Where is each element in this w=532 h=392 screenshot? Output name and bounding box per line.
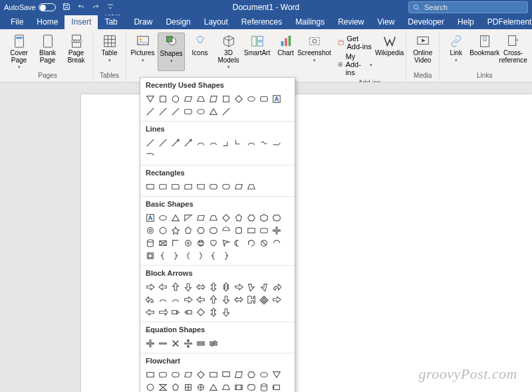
shape-option[interactable] xyxy=(170,338,181,349)
shape-option[interactable] xyxy=(233,93,244,104)
shape-option[interactable] xyxy=(195,106,206,117)
shape-option[interactable] xyxy=(271,294,282,305)
shape-option[interactable] xyxy=(195,181,206,192)
3d-models-button[interactable]: 3D Models▾ xyxy=(215,33,242,71)
shape-option[interactable] xyxy=(220,106,231,117)
shape-option[interactable] xyxy=(170,306,181,318)
tab-draw[interactable]: Draw xyxy=(127,15,159,29)
shape-option[interactable] xyxy=(220,306,231,318)
shape-option[interactable] xyxy=(170,237,181,248)
shape-option[interactable] xyxy=(233,225,244,236)
shape-option[interactable] xyxy=(207,369,219,380)
shape-option[interactable] xyxy=(182,137,194,148)
shape-option[interactable] xyxy=(220,137,231,148)
shape-option[interactable] xyxy=(233,181,244,192)
shape-option[interactable] xyxy=(195,381,206,392)
shape-option[interactable] xyxy=(157,225,168,236)
shape-option[interactable] xyxy=(157,106,168,117)
shape-option[interactable] xyxy=(157,294,168,305)
get-addins-button[interactable]: Get Add-ins xyxy=(336,34,374,51)
shape-option[interactable] xyxy=(258,93,269,104)
shape-option[interactable] xyxy=(195,225,206,236)
shape-option[interactable] xyxy=(144,338,156,349)
shape-option[interactable] xyxy=(245,369,257,380)
shape-option[interactable] xyxy=(157,237,168,248)
shape-option[interactable] xyxy=(157,137,168,148)
shape-option[interactable] xyxy=(195,137,206,148)
tab-home[interactable]: Home xyxy=(30,15,65,29)
shape-option[interactable] xyxy=(245,237,257,248)
shape-option[interactable] xyxy=(233,381,244,392)
shape-option[interactable] xyxy=(258,369,269,380)
qat-dropdown-icon[interactable] xyxy=(106,3,114,12)
shape-option[interactable] xyxy=(233,237,244,248)
shape-option[interactable] xyxy=(144,381,156,392)
shape-option[interactable] xyxy=(182,212,194,223)
tab-design[interactable]: Design xyxy=(159,15,197,29)
shape-option[interactable] xyxy=(157,93,168,104)
icons-button[interactable]: Icons xyxy=(186,33,213,71)
redo-icon[interactable] xyxy=(92,3,100,12)
save-icon[interactable] xyxy=(63,3,70,12)
shape-option[interactable] xyxy=(207,381,219,392)
shape-option[interactable] xyxy=(170,137,181,148)
shape-option[interactable] xyxy=(245,294,257,305)
tab-developer[interactable]: Developer xyxy=(401,15,451,29)
shape-option[interactable] xyxy=(220,93,231,104)
shape-option[interactable] xyxy=(195,281,206,292)
shape-option[interactable] xyxy=(245,137,257,148)
shape-option[interactable] xyxy=(220,250,231,261)
screenshot-button[interactable]: Screenshot▾ xyxy=(301,33,328,71)
shape-option[interactable] xyxy=(195,306,206,318)
shape-option[interactable] xyxy=(220,225,231,236)
tab-review[interactable]: Review xyxy=(331,15,370,29)
shape-option[interactable] xyxy=(182,93,194,104)
bookmark-button[interactable]: Bookmark xyxy=(471,33,498,71)
shape-option[interactable] xyxy=(170,381,181,392)
tab-references[interactable]: References xyxy=(235,15,289,29)
tab-insert[interactable]: Insert xyxy=(65,15,98,29)
shape-option[interactable] xyxy=(144,137,156,148)
page-break-button[interactable]: Page Break xyxy=(63,33,90,71)
shape-option[interactable] xyxy=(207,181,219,192)
blank-page-button[interactable]: Blank Page xyxy=(34,33,61,71)
shape-option[interactable] xyxy=(207,281,219,292)
my-addins-button[interactable]: My Add-ins▾ xyxy=(336,52,374,77)
shape-option[interactable] xyxy=(245,181,257,192)
shape-option[interactable] xyxy=(207,212,219,223)
shape-option[interactable] xyxy=(207,306,219,318)
shape-option[interactable] xyxy=(182,306,194,318)
shape-option[interactable] xyxy=(207,237,219,248)
shape-option[interactable] xyxy=(220,237,231,248)
shape-option[interactable] xyxy=(233,369,244,380)
shape-option[interactable] xyxy=(195,93,206,104)
pictures-button[interactable]: Pictures▾ xyxy=(129,33,156,71)
shape-option[interactable] xyxy=(182,381,194,392)
shape-option[interactable] xyxy=(271,381,282,392)
link-button[interactable]: Link▾ xyxy=(442,33,469,71)
autosave-toggle[interactable]: AutoSave xyxy=(4,3,56,11)
shape-option[interactable] xyxy=(144,149,156,161)
shape-option[interactable] xyxy=(157,250,168,261)
tab-view[interactable]: View xyxy=(371,15,402,29)
chart-button[interactable]: Chart xyxy=(272,33,299,71)
shape-option[interactable] xyxy=(182,338,194,349)
shape-option[interactable] xyxy=(207,137,219,148)
shape-option[interactable] xyxy=(207,225,219,236)
shape-option[interactable] xyxy=(271,369,282,380)
online-video-button[interactable]: Online Video xyxy=(409,33,436,71)
shape-option[interactable] xyxy=(144,93,156,104)
shape-option[interactable] xyxy=(258,294,269,305)
shape-option[interactable] xyxy=(170,294,181,305)
shape-option[interactable] xyxy=(207,250,219,261)
shape-option[interactable] xyxy=(170,106,181,117)
shape-option[interactable] xyxy=(271,137,282,148)
shape-option[interactable] xyxy=(170,225,181,236)
shape-option[interactable] xyxy=(182,250,194,261)
cover-page-button[interactable]: Cover Page▾ xyxy=(5,33,33,71)
shape-option[interactable] xyxy=(258,137,269,148)
shape-option[interactable] xyxy=(220,212,231,223)
shape-option[interactable] xyxy=(144,106,156,117)
shape-option[interactable] xyxy=(245,381,257,392)
shape-option[interactable] xyxy=(271,225,282,236)
